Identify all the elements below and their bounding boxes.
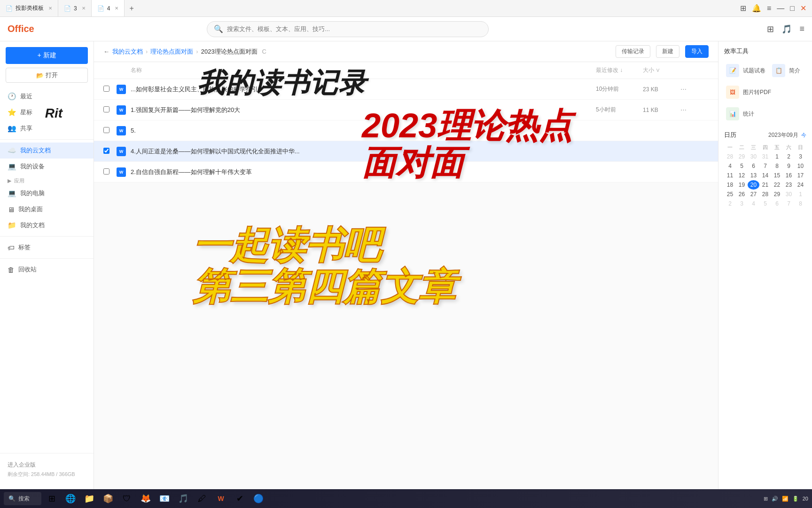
quick-item-1[interactable]: 📋 简介 [770,61,802,80]
cal-day-1-2[interactable]: 6 [748,161,759,171]
calendar-today-button[interactable]: 今 [801,132,806,139]
sidebar-item-desktop[interactable]: 🖥 我的桌面 [0,201,94,217]
file-item-1[interactable]: W 1.强国复兴开新篇——如何理解党的20大 5小时前 11 KB ⋯ [94,100,718,120]
cal-day-1-3[interactable]: 7 [759,161,771,171]
back-button[interactable]: ← [103,48,109,55]
action-icon-1[interactable]: ⋯ [680,106,687,113]
file-item-3[interactable]: W 4.人间正道是沧桑——如何理解以中国式现代化全面推进中华... [94,141,718,162]
cal-day-3-5[interactable]: 23 [783,180,795,190]
sidebar-item-recent[interactable]: 🕐 最近 [0,88,94,104]
sidebar-item-docs[interactable]: 📁 我的文档 [0,217,94,233]
open-button[interactable]: 📂 打开 [6,68,88,83]
file-item-2[interactable]: W 5. [94,120,718,141]
cal-day-1-0[interactable]: 4 [724,161,736,171]
cal-day-2-4[interactable]: 15 [771,171,783,180]
search-bar[interactable]: 🔍 [207,21,489,37]
cal-day-4-4[interactable]: 29 [771,190,783,199]
quick-item-0[interactable]: 📝 试题试卷 [724,61,767,80]
new-button[interactable]: + 新建 [6,47,88,64]
cal-day-2-1[interactable]: 12 [736,171,748,180]
cal-day-3-6[interactable]: 24 [795,180,806,190]
cal-day-5-4[interactable]: 6 [771,199,783,208]
taskbar-blue-icon[interactable]: 🔵 [250,490,267,507]
cal-day-4-0[interactable]: 25 [724,190,736,199]
cal-day-5-2[interactable]: 4 [748,199,759,208]
taskbar-security-icon[interactable]: 🛡 [118,490,135,507]
sidebar-item-cloud[interactable]: ☁️ 我的云文档 [0,143,94,159]
cal-day-0-1[interactable]: 29 [736,152,748,161]
checkbox-2[interactable] [103,127,113,135]
taskbar-folder-icon[interactable]: 📁 [81,490,98,507]
taskbar-store-icon[interactable]: 📦 [100,490,117,507]
taskbar-firefox-icon[interactable]: 🦊 [137,490,154,507]
taskbar-network-icon[interactable]: 📶 [782,496,789,502]
taskbar-wps-icon[interactable]: W [212,490,229,507]
file-item-4[interactable]: W 2.自信自强自新程——如何理解十年伟大变革 [94,162,718,183]
sidebar-item-tags[interactable]: 🏷 标签 [0,239,94,255]
apps-icon[interactable]: ⊞ [767,24,774,34]
breadcrumb-folder[interactable]: 理论热点面对面 [150,48,193,56]
sidebar-item-device[interactable]: 💻 我的设备 [0,159,94,175]
taskbar-volume-icon[interactable]: 🔊 [772,496,778,502]
import-button[interactable]: 导入 [685,45,709,58]
cal-day-2-2[interactable]: 13 [748,171,759,180]
new-folder-button[interactable]: 新建 [656,45,679,58]
sidebar-item-trash[interactable]: 🗑 回收站 [0,262,94,278]
sidebar-item-mypc[interactable]: 💻 我的电脑 [0,185,94,201]
cal-day-4-6[interactable]: 1 [795,190,806,199]
checkbox-3[interactable] [103,148,113,155]
quick-item-2[interactable]: 🖼 图片转PDF [724,83,773,102]
taskbar-music-icon[interactable]: 🎵 [175,490,192,507]
cal-day-1-5[interactable]: 9 [783,161,795,171]
audio-icon[interactable]: 🎵 [781,24,792,34]
bell-icon[interactable]: 🔔 [752,4,761,13]
cal-day-5-6[interactable]: 8 [795,199,806,208]
cal-day-1-1[interactable]: 5 [736,161,748,171]
tab-close-2[interactable]: ✕ [82,6,86,11]
search-input[interactable] [227,25,482,32]
cal-day-4-5[interactable]: 30 [783,190,795,199]
taskbar-browser-icon[interactable]: 🌐 [62,490,79,507]
minimize-button[interactable]: — [777,4,784,13]
tab-close-1[interactable]: ✕ [48,6,52,11]
col-modified-header[interactable]: 最近修改 ↓ [596,66,643,74]
taskbar-pen-icon[interactable]: 🖊 [194,490,211,507]
cal-day-5-3[interactable]: 5 [759,199,771,208]
cal-day-0-5[interactable]: 2 [783,152,795,161]
cal-day-5-0[interactable]: 2 [724,199,736,208]
close-button[interactable]: ✕ [800,4,806,13]
cal-day-2-3[interactable]: 14 [759,171,771,180]
layout-icon[interactable]: ⊞ [740,4,746,13]
enterprise-button[interactable]: 进入企业版 [8,459,86,471]
cal-day-1-6[interactable]: 10 [795,161,806,171]
refresh-icon[interactable]: C [262,48,266,55]
taskbar-mail-icon[interactable]: 📧 [156,490,173,507]
file-item-0[interactable]: W ...如何彰显社会主义民主、民族复兴的科学指引? 10分钟前 23 KB ⋯ [94,79,718,100]
taskbar-battery-icon[interactable]: 🔋 [792,496,799,502]
cal-day-0-6[interactable]: 3 [795,152,806,161]
cal-day-2-0[interactable]: 11 [724,171,736,180]
tab-close-3[interactable]: ✕ [115,6,118,11]
cal-day-0-3[interactable]: 31 [759,152,771,161]
checkbox-4[interactable] [103,168,113,176]
tab-1[interactable]: 📄 投影类模板 ✕ [0,0,58,16]
col-size-header[interactable]: 大小 ∨ [643,66,680,74]
cal-day-0-4[interactable]: 1 [771,152,783,161]
tab-add-button[interactable]: + [125,4,138,13]
checkbox-0[interactable] [103,86,113,93]
cal-day-5-1[interactable]: 3 [736,199,748,208]
maximize-button[interactable]: □ [790,4,795,13]
taskbar-search[interactable]: 🔍 搜索 [4,492,41,505]
taskbar-checkmark-icon[interactable]: ✔ [231,490,248,507]
cal-day-5-5[interactable]: 7 [783,199,795,208]
cal-day-4-1[interactable]: 26 [736,190,748,199]
cal-day-3-3[interactable]: 21 [759,180,771,190]
cal-day-2-6[interactable]: 17 [795,171,806,180]
header-menu-icon[interactable]: ≡ [799,24,804,34]
cal-day-2-5[interactable]: 16 [783,171,795,180]
cal-day-4-3[interactable]: 28 [759,190,771,199]
tab-3[interactable]: 📄 4 ✕ [92,0,125,16]
transfer-button[interactable]: 传输记录 [616,45,650,58]
action-icon-0[interactable]: ⋯ [680,86,687,93]
quick-item-3[interactable]: 📊 统计 [724,104,756,123]
